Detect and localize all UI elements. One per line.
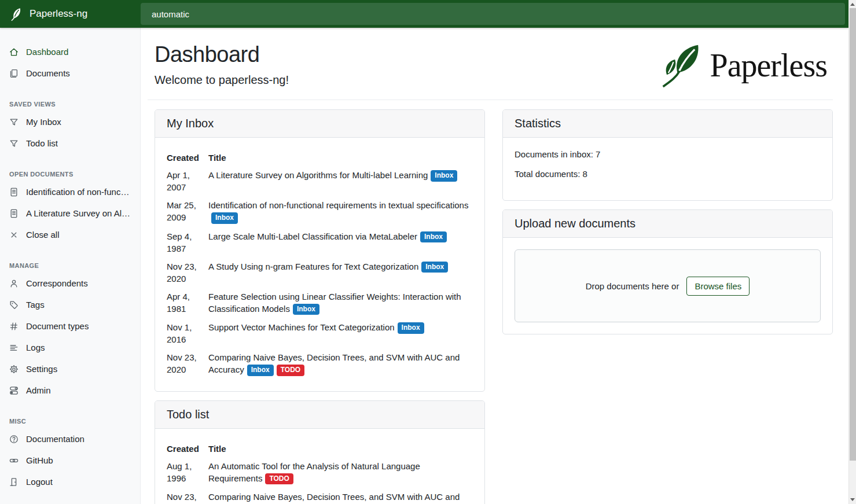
search-input[interactable] xyxy=(141,3,845,25)
sidebar-item-identification-of-non-functio[interactable]: Identification of non-functio... xyxy=(0,181,140,203)
browse-files-button[interactable]: Browse files xyxy=(686,277,750,296)
app-brand[interactable]: Paperless-ng xyxy=(0,0,141,28)
filter-icon xyxy=(9,139,19,148)
table-row: Mar 25, 2009Identification of non-functi… xyxy=(167,196,473,227)
sidebar-section-saved-views: SAVED VIEWSMy InboxTodo list xyxy=(0,97,140,154)
sidebar-item-label: Documentation xyxy=(26,434,85,444)
column-header-created: Created xyxy=(167,149,208,166)
page-title: Dashboard xyxy=(155,42,289,67)
paperless-logo: Paperless xyxy=(660,42,827,89)
text-left-icon xyxy=(9,343,19,352)
sidebar-item-documentation[interactable]: Documentation xyxy=(0,428,140,450)
statistics-card-title: Statistics xyxy=(503,110,832,138)
page-subtitle: Welcome to paperless-ng! xyxy=(155,73,289,87)
table-row: Nov 1, 2016Support Vector Machines for T… xyxy=(167,318,473,348)
dropzone-text: Drop documents here or xyxy=(586,281,679,291)
sidebar-item-todo-list[interactable]: Todo list xyxy=(0,133,140,154)
doc-title-link[interactable]: Identification of non-functional require… xyxy=(208,200,468,210)
sidebar-item-logout[interactable]: Logout xyxy=(0,471,140,492)
tag-badge-todo[interactable]: TODO xyxy=(277,365,304,376)
doc-created-date: Mar 25, 2009 xyxy=(167,196,208,227)
leaf-logo-icon xyxy=(660,42,703,89)
tag-badge-inbox[interactable]: Inbox xyxy=(293,304,319,315)
table-row: Nov 23, 2020Comparing Naive Bayes, Decis… xyxy=(167,348,473,380)
tag-icon xyxy=(9,300,19,310)
todo-list-card-title: Todo list xyxy=(155,401,484,429)
doc-created-date: Apr 4, 1981 xyxy=(167,288,208,319)
triangle-down-icon xyxy=(850,498,855,501)
sidebar-item-github[interactable]: GitHub xyxy=(0,450,140,471)
tag-badge-inbox[interactable]: Inbox xyxy=(431,170,457,182)
doc-title-link[interactable]: Comparing Naive Bayes, Decision Trees, a… xyxy=(208,492,460,504)
doc-created-date: Nov 23, 2020 xyxy=(167,348,208,380)
sidebar-item-settings[interactable]: Settings xyxy=(0,358,140,380)
doc-title-link[interactable]: An Automatic Tool for the Analysis of Na… xyxy=(208,461,420,483)
doc-created-date: Aug 1, 1996 xyxy=(167,457,208,488)
tag-badge-inbox[interactable]: Inbox xyxy=(398,322,424,334)
doc-title-link[interactable]: A Study Using n-gram Features for Text C… xyxy=(208,262,418,271)
scrollbar-thumb[interactable] xyxy=(850,8,856,461)
scrollbar-up-button[interactable] xyxy=(849,1,856,8)
sidebar-item-label: Settings xyxy=(26,364,57,374)
tag-badge-inbox[interactable]: Inbox xyxy=(420,231,447,243)
doc-created-date: Sep 4, 1987 xyxy=(167,227,208,257)
sidebar-item-a-literature-survey-on-algori[interactable]: A Literature Survey on Algori... xyxy=(0,203,140,224)
inbox-table: Created Title Apr 1, 2007A Literature Su… xyxy=(167,149,473,380)
tag-badge-todo[interactable]: TODO xyxy=(265,473,293,485)
column-header-title: Title xyxy=(208,149,473,166)
statistics-card: Statistics Documents in inbox: 7Total do… xyxy=(502,109,833,201)
file-text-icon xyxy=(9,209,19,218)
scrollbar-down-button[interactable] xyxy=(849,496,856,503)
doc-created-date: Nov 23, 2020 xyxy=(167,257,208,288)
doc-title-link[interactable]: Feature Selection using Linear Classifie… xyxy=(208,292,461,314)
tag-badge-inbox[interactable]: Inbox xyxy=(247,365,274,376)
sidebar-item-documents[interactable]: Documents xyxy=(0,62,140,84)
doc-title-link[interactable]: Comparing Naive Bayes, Decision Trees, a… xyxy=(208,352,460,374)
sidebar-item-logs[interactable]: Logs xyxy=(0,337,140,358)
doc-created-date: Apr 1, 2007 xyxy=(167,166,208,196)
toggles-icon xyxy=(9,386,19,395)
sidebar-item-label: Logout xyxy=(26,477,53,487)
todo-table: Created Title Aug 1, 1996An Automatic To… xyxy=(167,440,473,504)
my-inbox-card-title: My Inbox xyxy=(155,110,484,138)
door-icon xyxy=(9,477,19,487)
sidebar-item-label: Todo list xyxy=(26,138,58,148)
tag-badge-inbox[interactable]: Inbox xyxy=(421,262,448,273)
table-row: Nov 23, 2020Comparing Naive Bayes, Decis… xyxy=(167,488,473,504)
upload-card-title: Upload new documents xyxy=(503,210,832,238)
main-content: Dashboard Welcome to paperless-ng! xyxy=(141,28,848,504)
column-header-title: Title xyxy=(208,440,473,457)
question-circle-icon xyxy=(9,435,19,444)
sidebar-item-document-types[interactable]: Document types xyxy=(0,315,140,337)
my-inbox-card: My Inbox Created Title Apr xyxy=(155,109,485,392)
sidebar-item-label: Dashboard xyxy=(26,47,68,57)
sidebar-item-my-inbox[interactable]: My Inbox xyxy=(0,111,140,133)
vertical-scrollbar[interactable] xyxy=(848,0,856,504)
sidebar-section-open-documents: OPEN DOCUMENTSIdentification of non-func… xyxy=(0,167,140,245)
sidebar-item-label: A Literature Survey on Algori... xyxy=(26,208,131,218)
doc-title-link[interactable]: Support Vector Machines for Text Categor… xyxy=(208,322,395,332)
filter-icon xyxy=(9,117,19,127)
sidebar-item-label: Document types xyxy=(26,321,89,331)
search-bar xyxy=(141,0,848,28)
sidebar-item-correspondents[interactable]: Correspondents xyxy=(0,273,140,294)
sidebar-item-label: Documents xyxy=(26,68,70,78)
table-row: Apr 4, 1981Feature Selection using Linea… xyxy=(167,288,473,319)
upload-dropzone[interactable]: Drop documents here or Browse files xyxy=(515,249,821,322)
todo-list-card: Todo list Created Title Au xyxy=(155,400,485,504)
sidebar-item-label: Correspondents xyxy=(26,278,88,288)
sidebar-item-tags[interactable]: Tags xyxy=(0,294,140,315)
x-icon xyxy=(9,230,19,240)
sidebar-item-close-all[interactable]: Close all xyxy=(0,224,140,245)
sidebar-item-admin[interactable]: Admin xyxy=(0,380,140,401)
sidebar-item-label: Identification of non-functio... xyxy=(26,187,131,197)
tag-badge-inbox[interactable]: Inbox xyxy=(211,212,238,224)
sidebar-section-title: OPEN DOCUMENTS xyxy=(0,167,140,181)
sidebar-section-title: MISC xyxy=(0,414,140,428)
doc-created-date: Nov 23, 2020 xyxy=(167,488,208,504)
doc-title-link[interactable]: A Literature Survey on Algorithms for Mu… xyxy=(208,170,428,180)
sidebar-item-dashboard[interactable]: Dashboard xyxy=(0,41,140,62)
app-window: Paperless-ng DashboardDocuments SAVED VI… xyxy=(0,0,856,504)
doc-title-link[interactable]: Large Scale Multi-Label Classification v… xyxy=(208,231,417,241)
sidebar-section-manage: MANAGECorrespondentsTagsDocument typesLo… xyxy=(0,259,140,401)
